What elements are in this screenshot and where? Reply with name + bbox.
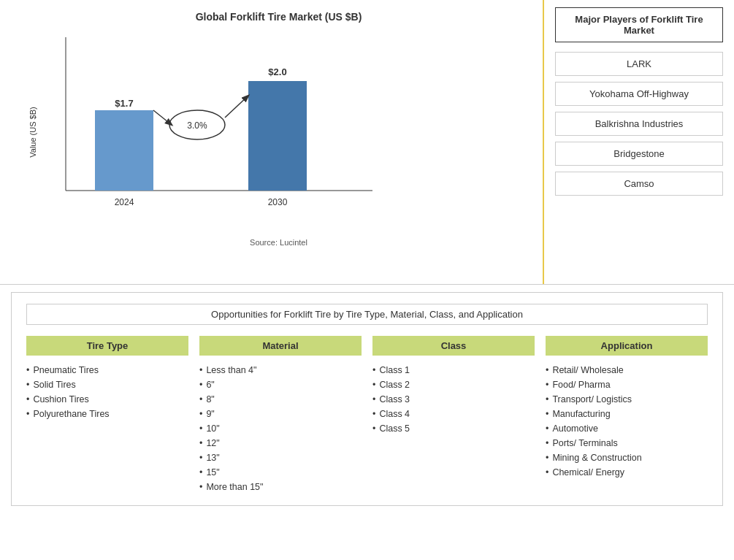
sidebar-player-4: Camso — [555, 172, 723, 196]
class-item-4: Class 5 — [372, 421, 535, 436]
sidebar-title: Major Players of Forklift Tire Market — [555, 7, 723, 42]
material-column: Material Less than 4" 6" 8" 9" 10" 12" 1… — [199, 336, 362, 494]
material-item-7: 15" — [199, 465, 362, 480]
top-section: Global Forklift Tire Market (US $B) Valu… — [0, 0, 734, 285]
class-column: Class Class 1 Class 2 Class 3 Class 4 Cl… — [372, 336, 535, 494]
class-item-0: Class 1 — [372, 363, 535, 377]
tire-type-item-1: Solid Tires — [26, 377, 188, 392]
material-item-5: 12" — [199, 436, 362, 450]
bottom-title: Opportunities for Forklift Tire by Tire … — [26, 304, 708, 325]
bar-2030-label: $2.0 — [268, 66, 286, 77]
application-column: Application Retail/ Wholesale Food/ Phar… — [546, 336, 708, 494]
material-item-1: 6" — [199, 377, 362, 392]
material-item-2: 8" — [199, 392, 362, 407]
application-item-2: Transport/ Logistics — [546, 392, 708, 407]
application-item-4: Automotive — [546, 421, 708, 436]
bar-2030 — [248, 81, 307, 191]
class-item-1: Class 2 — [372, 377, 535, 392]
application-item-3: Manufacturing — [546, 407, 708, 421]
arrow-left — [153, 110, 172, 125]
chart-svg: $1.7 2024 $2.0 2030 3.0% — [22, 30, 431, 227]
class-header: Class — [372, 336, 535, 356]
bar-2024-label: $1.7 — [115, 98, 133, 109]
material-item-4: 10" — [199, 421, 362, 436]
sidebar-player-0: LARK — [555, 52, 723, 76]
application-item-1: Food/ Pharma — [546, 377, 708, 392]
bar-2024 — [95, 110, 153, 191]
tire-type-list: Pneumatic Tires Solid Tires Cushion Tire… — [26, 363, 188, 421]
application-list: Retail/ Wholesale Food/ Pharma Transport… — [546, 363, 708, 480]
tire-type-column: Tire Type Pneumatic Tires Solid Tires Cu… — [26, 336, 188, 494]
application-item-7: Chemical/ Energy — [546, 465, 708, 480]
material-item-6: 13" — [199, 450, 362, 465]
material-item-0: Less than 4" — [199, 363, 362, 377]
cagr-label: 3.0% — [187, 120, 207, 131]
arrow-right — [225, 96, 248, 118]
sidebar-player-1: Yokohama Off-Highway — [555, 82, 723, 106]
chart-container: Value (US $B) $1.7 2024 $2.0 2030 — [22, 30, 535, 234]
source-label: Source: Lucintel — [22, 238, 535, 247]
application-item-6: Mining & Construction — [546, 450, 708, 465]
class-item-2: Class 3 — [372, 392, 535, 407]
tire-type-item-3: Polyurethane Tires — [26, 407, 188, 421]
material-header: Material — [199, 336, 362, 356]
bottom-section: Opportunities for Forklift Tire by Tire … — [11, 292, 723, 506]
tire-type-item-2: Cushion Tires — [26, 392, 188, 407]
class-item-3: Class 4 — [372, 407, 535, 421]
year-2024-label: 2024 — [115, 197, 134, 207]
chart-area: Global Forklift Tire Market (US $B) Valu… — [0, 0, 544, 284]
material-item-8: More than 15" — [199, 480, 362, 494]
tire-type-item-0: Pneumatic Tires — [26, 363, 188, 377]
material-item-3: 9" — [199, 407, 362, 421]
material-list: Less than 4" 6" 8" 9" 10" 12" 13" 15" Mo… — [199, 363, 362, 494]
sidebar-player-3: Bridgestone — [555, 142, 723, 166]
columns-grid: Tire Type Pneumatic Tires Solid Tires Cu… — [26, 336, 708, 494]
y-axis-label: Value (US $B) — [28, 107, 37, 158]
class-list: Class 1 Class 2 Class 3 Class 4 Class 5 — [372, 363, 535, 436]
year-2030-label: 2030 — [268, 197, 288, 207]
application-item-0: Retail/ Wholesale — [546, 363, 708, 377]
chart-title: Global Forklift Tire Market (US $B) — [22, 11, 535, 23]
tire-type-header: Tire Type — [26, 336, 188, 356]
sidebar-player-2: Balkrishna Industries — [555, 112, 723, 136]
application-header: Application — [546, 336, 708, 356]
sidebar: Major Players of Forklift Tire Market LA… — [544, 0, 734, 284]
application-item-5: Ports/ Terminals — [546, 436, 708, 450]
